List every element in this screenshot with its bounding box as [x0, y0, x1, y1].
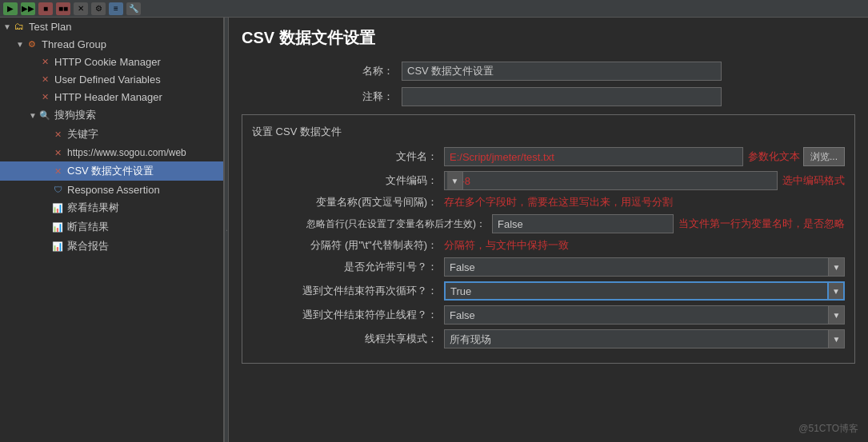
- stop-thread-input-wrap: False True ▼: [444, 305, 845, 325]
- assert-icon: 📊: [51, 221, 64, 233]
- clear-button[interactable]: ✕: [74, 2, 88, 15]
- sidebar-label-assert: 断言结果: [67, 220, 109, 234]
- encoding-input-wrap: 选中编码格式 ▼: [444, 171, 845, 190]
- arrow-assert: [42, 223, 51, 232]
- arrow-url: [42, 149, 51, 157]
- arrow-http-header: [29, 93, 38, 102]
- sidebar-item-search[interactable]: ▼ 🔍 搜狗搜索: [0, 106, 223, 125]
- varnames-row: 变量名称(西文逗号间隔)： 存在多个字段时，需要在这里写出来，用逗号分割: [252, 195, 845, 209]
- sidebar-label-csv: CSV 数据文件设置: [67, 164, 154, 178]
- csv-settings-section: 设置 CSV 数据文件 文件名： 参数化文本 浏览... 文件编码：: [242, 114, 855, 364]
- sidebar-item-test-plan[interactable]: ▼ 🗂 Test Plan: [0, 18, 223, 35]
- sidebar-item-response[interactable]: 🛡 Response Assertion: [0, 181, 223, 198]
- sidebar-item-user-vars[interactable]: ✕ User Defined Variables: [0, 70, 223, 88]
- sidebar-item-thread-group[interactable]: ▼ ⚙ Thread Group: [0, 35, 223, 53]
- filename-row: 文件名： 参数化文本 浏览...: [252, 147, 845, 166]
- arrow-csv: [42, 167, 51, 176]
- arrow-user-vars: [29, 75, 38, 84]
- csv-icon: ✕: [51, 165, 64, 177]
- run-button[interactable]: ▶: [3, 2, 18, 15]
- content-panel: CSV 数据文件设置 名称： 注释： 设置 CSV 数据文件 文件名：: [229, 18, 868, 442]
- threadgroup-icon: ⚙: [26, 38, 38, 50]
- name-input[interactable]: [402, 62, 722, 81]
- stop-all-button[interactable]: ■■: [56, 2, 70, 15]
- sidebar-item-http-cookie[interactable]: ✕ HTTP Cookie Manager: [0, 53, 223, 70]
- keyword-icon: ✕: [51, 128, 64, 141]
- sidebar-item-view-results[interactable]: 📊 察看结果树: [0, 198, 223, 217]
- share-mode-label: 线程共享模式：: [252, 332, 444, 346]
- recycle-select[interactable]: True False: [444, 281, 829, 301]
- varnames-input-wrap: 存在多个字段时，需要在这里写出来，用逗号分割: [444, 195, 845, 209]
- toolbar: ▶ ▶▶ ■ ■■ ✕ ⚙ ≡ 🔧: [0, 0, 868, 18]
- ignore-first-row: 忽略首行(只在设置了变量名称后才生效)： False True 当文件第一行为变…: [252, 214, 845, 233]
- arrow-http-cookie: [29, 58, 38, 66]
- stop-thread-row: 遇到文件结束符停止线程？： False True ▼: [252, 305, 845, 325]
- sidebar-label-http-header: HTTP Header Manager: [54, 91, 162, 103]
- report-button[interactable]: ≡: [109, 2, 123, 15]
- sidebar-label-thread-group: Thread Group: [42, 38, 106, 50]
- browse-button[interactable]: 浏览...: [803, 147, 845, 166]
- encoding-dropdown-btn[interactable]: ▼: [447, 171, 463, 190]
- view-icon: 📊: [51, 201, 64, 214]
- sidebar-item-keyword[interactable]: ✕ 关键字: [0, 125, 223, 144]
- encoding-row: 文件编码： 选中编码格式 ▼: [252, 171, 845, 190]
- allow-quotes-dropdown-btn[interactable]: ▼: [829, 257, 845, 277]
- recycle-dropdown-btn[interactable]: ▼: [829, 281, 845, 301]
- sidebar-label-aggregate: 聚合报告: [67, 239, 109, 253]
- sidebar-label-keyword: 关键字: [67, 127, 98, 141]
- tools-button[interactable]: 🔧: [126, 2, 141, 15]
- filename-label: 文件名：: [252, 149, 444, 164]
- url-icon: ✕: [51, 146, 64, 159]
- stop-thread-select[interactable]: False True: [444, 305, 829, 325]
- sidebar-item-http-header[interactable]: ✕ HTTP Header Manager: [0, 88, 223, 106]
- settings-button[interactable]: ⚙: [91, 2, 106, 15]
- share-mode-select-wrap: 所有现场 当前线程组 当前线程 ▼: [444, 329, 845, 348]
- sidebar-item-aggregate[interactable]: 📊 聚合报告: [0, 237, 223, 256]
- share-mode-select[interactable]: 所有现场 当前线程组 当前线程: [444, 329, 829, 348]
- sidebar-label-http-cookie: HTTP Cookie Manager: [54, 56, 161, 68]
- name-row: 名称：: [242, 62, 855, 81]
- filename-input-wrap: 参数化文本 浏览...: [444, 147, 845, 166]
- arrow-test-plan: ▼: [3, 22, 13, 31]
- sidebar-label-search: 搜狗搜索: [54, 108, 96, 122]
- recycle-input-wrap: True False ▼: [444, 281, 845, 301]
- stop-button[interactable]: ■: [38, 2, 53, 15]
- response-icon: 🛡: [51, 183, 64, 196]
- comment-label: 注释：: [242, 90, 402, 104]
- allow-quotes-input-wrap: False True ▼: [444, 257, 845, 277]
- allow-quotes-row: 是否允许带引号？： False True ▼: [252, 257, 845, 277]
- section-title: 设置 CSV 数据文件: [252, 125, 845, 139]
- sidebar-item-csv[interactable]: ✕ CSV 数据文件设置: [0, 161, 223, 181]
- recycle-label: 遇到文件结束符再次循环？：: [252, 284, 444, 298]
- encoding-input[interactable]: [444, 171, 778, 190]
- ignore-label: 忽略首行(只在设置了变量名称后才生效)：: [252, 217, 492, 231]
- comment-row: 注释：: [242, 87, 855, 106]
- delimiter-label: 分隔符 (用"\t"代替制表符)：: [252, 238, 444, 253]
- header-icon: ✕: [38, 90, 51, 103]
- filename-input[interactable]: [444, 147, 743, 166]
- comment-input[interactable]: [402, 87, 722, 106]
- allow-quotes-select[interactable]: False True: [444, 257, 829, 277]
- testplan-icon: 🗂: [13, 20, 26, 33]
- stop-thread-select-wrap: False True ▼: [444, 305, 845, 325]
- cookie-icon: ✕: [38, 55, 51, 68]
- stop-thread-dropdown-btn[interactable]: ▼: [829, 305, 845, 325]
- uservars-icon: ✕: [38, 73, 51, 86]
- encoding-select-wrap: 选中编码格式 ▼: [444, 171, 845, 190]
- sidebar-label-url: https://www.sogou.com/web: [67, 147, 186, 158]
- aggregate-icon: 📊: [51, 240, 64, 253]
- share-mode-dropdown-btn[interactable]: ▼: [829, 329, 845, 348]
- recycle-eof-row: 遇到文件结束符再次循环？： True False ▼: [252, 281, 845, 301]
- ignore-hint: 当文件第一行为变量名时，是否忽略: [678, 217, 845, 231]
- sidebar-label-user-vars: User Defined Variables: [54, 74, 161, 86]
- filename-hint: 参数化文本: [748, 149, 800, 164]
- comment-value: [402, 87, 855, 106]
- sidebar-item-url[interactable]: ✕ https://www.sogou.com/web: [0, 144, 223, 161]
- sidebar-item-assert[interactable]: 📊 断言结果: [0, 217, 223, 237]
- ignore-select[interactable]: False True: [492, 214, 674, 233]
- sidebar-label-view: 察看结果树: [67, 201, 119, 215]
- arrow-search: ▼: [29, 111, 38, 120]
- run-all-button[interactable]: ▶▶: [21, 2, 35, 15]
- recycle-select-wrap: True False ▼: [444, 281, 845, 301]
- ignore-select-wrap: False True 当文件第一行为变量名时，是否忽略: [492, 214, 845, 233]
